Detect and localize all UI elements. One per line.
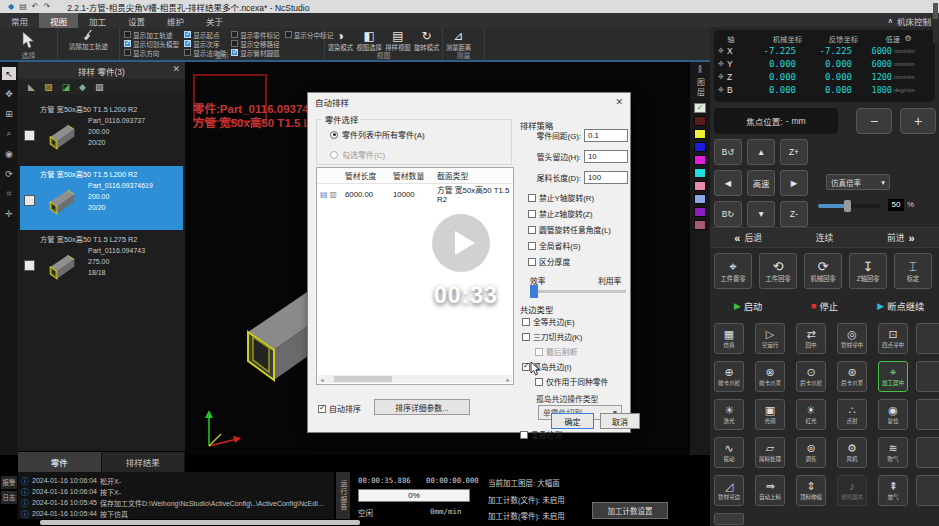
partial-button[interactable]	[916, 399, 939, 430]
machine-function-button[interactable]: ⇛ 自动上料	[755, 475, 785, 506]
zoom-tool[interactable]: ⌕	[2, 127, 16, 140]
focus-minus-button[interactable]: −	[856, 108, 892, 134]
snapshot-tool[interactable]: ◉	[2, 147, 16, 160]
tab-run-report[interactable]: 运行报告	[336, 472, 350, 519]
machine-function-button[interactable]: ☀ 红光	[796, 399, 826, 430]
edit-icon[interactable]: ◪	[61, 83, 70, 92]
collapse-layers-icon[interactable]: ∧∧	[697, 65, 702, 73]
layer-color-swatch[interactable]	[694, 181, 706, 191]
partial-button[interactable]	[916, 437, 939, 468]
machine-function-button[interactable]: ∿ 振动	[714, 437, 744, 468]
log-list[interactable]: ⓘ 2024-01-16 10:06:04 松开X- ⓘ 2024-01-16 …	[18, 472, 334, 519]
tab[interactable]: 零件	[18, 452, 102, 472]
machine-function-button[interactable]: ▦ 仿真	[714, 323, 744, 354]
tab[interactable]: 排样结果	[102, 452, 186, 472]
partial-button[interactable]	[916, 361, 939, 392]
machine-control-header[interactable]: ∧ 机床控制	[888, 13, 931, 28]
efficiency-slider[interactable]	[530, 290, 626, 293]
jog-button[interactable]: ◀	[714, 170, 742, 196]
redo-icon[interactable]: ↷	[43, 3, 50, 11]
zeroing-button[interactable]: ⌶ 标定	[894, 253, 932, 289]
table-scrollbar[interactable]: ◂▸	[318, 375, 512, 383]
sim-rate-dropdown[interactable]: 仿真倍率 ▾	[826, 174, 890, 190]
axis-jog-icon[interactable]: ✥	[718, 47, 724, 55]
field-input[interactable]: 0.1	[584, 129, 628, 142]
step-back-button[interactable]: « 后退	[710, 231, 786, 244]
axis-jog-icon[interactable]: ✥	[718, 73, 724, 81]
table-row[interactable]: ▤ ▥ 6000.00 10000 方管 宽50x高50 T1.5 R2	[317, 184, 513, 198]
machine-function-button[interactable]: ▷ 空运行	[755, 323, 785, 354]
machine-function-button[interactable]: ⌖ 加工居中	[878, 361, 908, 392]
material-icon[interactable]: ◆	[79, 83, 86, 92]
slider-handle[interactable]	[844, 200, 851, 212]
slider-handle[interactable]	[530, 285, 538, 298]
view-mode-button[interactable]: ↻ 旋转模式	[413, 29, 440, 52]
partial-button[interactable]	[714, 513, 744, 525]
machine-function-button[interactable]: ⊛ 后卡爪紧	[837, 361, 867, 392]
tab-alarm[interactable]: 报警	[1, 476, 17, 489]
coedge-checkbox[interactable]: 三刀切共边(K)	[522, 332, 608, 341]
axis-jog-icon[interactable]: ✥	[718, 86, 724, 94]
view-mode-button[interactable]: ▤ 排样视图	[385, 29, 412, 52]
list-item[interactable]: 方管 宽50x高50 T1.5 L275 R2 Part_0116.094743	[20, 231, 183, 295]
strategy-checkbox[interactable]: 禁止Y轴旋转(R)	[528, 193, 611, 202]
partial-button[interactable]	[916, 323, 939, 354]
machine-function-button[interactable]: ⊡ 四点寻中	[878, 323, 908, 354]
layer-color-swatch[interactable]	[694, 194, 706, 204]
machine-function-button[interactable]: ▣ 光闸	[755, 399, 785, 430]
machine-function-button[interactable]: ◿ 管材寻边	[714, 475, 744, 506]
select-tool[interactable]: ↖	[2, 67, 16, 80]
machine-function-button[interactable]: ⚙ 风机	[837, 437, 867, 468]
zeroing-button[interactable]: ⌖ 工件置零	[714, 253, 752, 289]
menu-item[interactable]: 加工	[78, 13, 117, 28]
strategy-checkbox[interactable]: 禁止Z轴旋转(Z)	[528, 209, 611, 218]
fit-window-tool[interactable]: ⊞	[2, 107, 16, 120]
start-button[interactable]: ▶ 启动	[710, 299, 786, 313]
measure-distance-button[interactable]: ⊿ 测量距离	[445, 29, 472, 52]
machine-function-button[interactable]: ▱ 尾料处理	[755, 437, 785, 468]
layer-color-swatch[interactable]	[694, 155, 706, 165]
machine-function-button[interactable]: ⇞ 放气	[878, 475, 908, 506]
gear-icon[interactable]: ⚙	[900, 34, 916, 43]
layer-color-swatch[interactable]	[694, 129, 706, 139]
partial-button[interactable]	[916, 475, 939, 506]
machine-function-button[interactable]: ⇕ 顶料伸缩	[796, 475, 826, 506]
sort-params-button[interactable]: 排序详细参数...	[374, 399, 470, 415]
coedge-checkbox[interactable]: 仅作用于同种零件	[535, 377, 608, 386]
copy-icon[interactable]: ▧	[95, 83, 104, 92]
machine-function-button[interactable]: ⊗ 前卡爪紧	[755, 361, 785, 392]
strategy-checkbox[interactable]: 圆管旋转任意角度(L)	[528, 225, 611, 234]
speed-mode-header[interactable]: 低速	[858, 34, 900, 44]
radio-all-parts[interactable]: 零件列表中所有零件(A)	[330, 129, 425, 140]
jog-button[interactable]: B↻	[714, 201, 742, 227]
auto-sort-checkbox[interactable]: 自动排序	[318, 403, 361, 414]
undo-icon[interactable]: ↶	[32, 3, 39, 11]
crosshair-tool[interactable]: ✛	[2, 207, 16, 220]
radio-checked-parts[interactable]: 勾选零件(C)	[330, 149, 385, 160]
log-scrollbar[interactable]	[933, 3, 938, 43]
view-mode-button[interactable]: ◑ 渲染模式	[327, 29, 354, 52]
coedge-checkbox[interactable]: 最后割断	[535, 347, 608, 356]
part-checkbox[interactable]	[24, 195, 35, 206]
stop-button[interactable]: ■ 停止	[786, 299, 862, 313]
machine-function-button[interactable]: ⇄ 回中	[796, 323, 826, 354]
menu-item[interactable]: 常用	[0, 13, 39, 28]
jog-button[interactable]: Z-	[780, 201, 808, 227]
machine-function-button[interactable]: ◉ 复位	[878, 399, 908, 430]
jog-button[interactable]: ▲	[747, 139, 775, 165]
list-item[interactable]: 方管 宽50x高50 T1.5 L200 R2 Part_0116.093746…	[20, 166, 183, 230]
horizontal-scrollbar[interactable]	[40, 520, 360, 525]
layer-color-swatch[interactable]	[694, 207, 706, 217]
zeroing-button[interactable]: ↧ Z轴回零	[849, 253, 887, 289]
machine-function-button[interactable]: ⊙ 后卡爪松	[796, 361, 826, 392]
step-forward-button[interactable]: 前进 »	[863, 231, 939, 244]
jog-button[interactable]: 高速	[747, 170, 775, 196]
layer-color-swatch[interactable]	[694, 220, 706, 230]
jog-button[interactable]: ▼	[747, 201, 775, 227]
orbit-tool[interactable]: ⟳	[2, 167, 16, 180]
jog-button[interactable]: B↺	[714, 139, 742, 165]
axis-jog-icon[interactable]: ✥	[718, 60, 724, 68]
part-checkbox[interactable]	[24, 130, 35, 141]
pan-tool[interactable]: ✥	[2, 87, 16, 100]
strategy-checkbox[interactable]: 全局省料(S)	[528, 241, 611, 250]
